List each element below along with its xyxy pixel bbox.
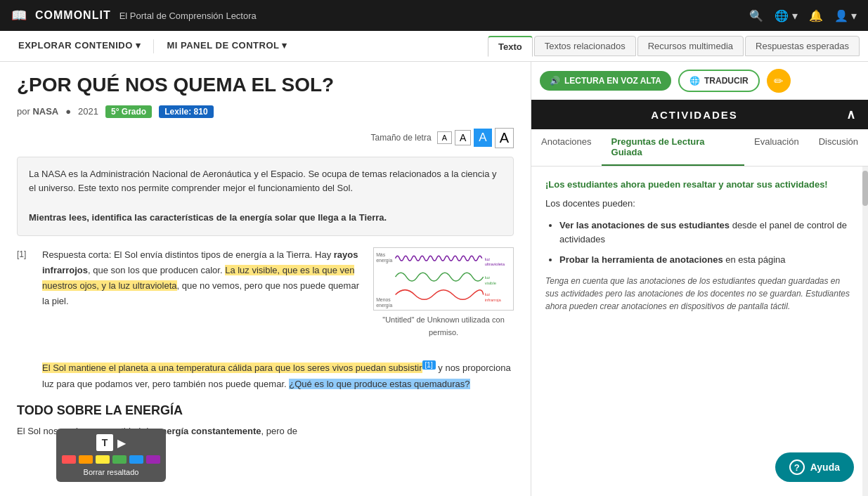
main-layout: ¿POR QUÉ NOS QUEMA EL SOL? por NASA ● 20…: [0, 62, 868, 496]
activity-scroll-area: ¡Los estudiantes ahora pueden resaltar y…: [531, 167, 868, 496]
translate-button[interactable]: 🌐 TRADUCIR: [678, 70, 760, 92]
meta-year: 2021: [78, 106, 98, 117]
text-tool-icon[interactable]: T: [96, 434, 113, 451]
activity-note: Tenga en cuenta que las anotaciones de l…: [545, 275, 854, 313]
color-purple-btn[interactable]: [146, 455, 160, 464]
paragraph-1-section: [1] Más energía Menos energía: [17, 247, 514, 348]
svg-text:luz: luz: [485, 256, 491, 261]
tab-recursos-multimedia[interactable]: Recursos multimedia: [637, 36, 744, 56]
para-1-number: [1]: [17, 249, 31, 259]
svg-text:luz: luz: [485, 292, 491, 296]
chevron-up-icon[interactable]: ∧: [846, 107, 857, 122]
font-size-controls: Tamaño de letra A A A A: [17, 128, 514, 148]
article-content: ¿POR QUÉ NOS QUEMA EL SOL? por NASA ● 20…: [0, 62, 531, 450]
author-label: por NASA: [17, 106, 58, 117]
para-1-highlight1b: luz ultravioleta: [118, 280, 176, 291]
read-aloud-label: LECTURA EN VOZ ALTA: [564, 76, 661, 86]
help-label: Ayuda: [810, 462, 840, 473]
svg-text:Más: Más: [376, 252, 385, 257]
right-panel-topbar: 🔊 LECTURA EN VOZ ALTA 🌐 TRADUCIR ✏: [531, 62, 868, 100]
logo-area: 📖 COMMONLIT El Portal de Comprensión Lec…: [11, 8, 257, 23]
control-panel-menu[interactable]: MI PANEL DE CONTROL ▾: [157, 31, 297, 62]
activities-title: ACTIVIDADES: [543, 109, 846, 121]
activity-tabs: Anotaciones Preguntas de Lectura Guiada …: [531, 129, 868, 167]
toolbar-top-row: T ▶: [96, 434, 126, 451]
color-blue-btn[interactable]: [129, 455, 143, 464]
color-red-btn[interactable]: [62, 455, 76, 464]
activity-item-1-bold: Ver las anotaciones de sus estudiantes: [559, 220, 730, 230]
search-icon[interactable]: 🔍: [749, 9, 763, 22]
content-tabs-group: Texto Textos relacionados Recursos multi…: [488, 36, 860, 57]
intro-text: La NASA es la Administración Nacional de…: [29, 169, 497, 194]
activity-content: ¡Los estudiantes ahora pueden resaltar y…: [531, 167, 868, 324]
speaker-icon: 🔊: [550, 76, 560, 86]
help-button[interactable]: ? Ayuda: [775, 452, 854, 482]
scrollbar-track: [862, 167, 868, 496]
explore-content-menu[interactable]: EXPLORAR CONTENIDO ▾: [8, 31, 150, 62]
read-aloud-button[interactable]: 🔊 LECTURA EN VOZ ALTA: [540, 71, 671, 91]
secondary-navigation: EXPLORAR CONTENIDO ▾ MI PANEL DE CONTROL…: [0, 31, 868, 62]
lexile-badge: Lexile: 810: [159, 105, 213, 118]
color-row: [62, 455, 160, 464]
user-icon[interactable]: 👤 ▾: [834, 9, 857, 22]
article-title: ¿POR QUÉ NOS QUEMA EL SOL?: [17, 73, 514, 97]
paragraph-2-section: El Sol mantiene el planeta a una tempera…: [17, 359, 514, 392]
pencil-icon: ✏: [774, 74, 783, 88]
svg-text:ultravioleta: ultravioleta: [485, 262, 505, 266]
top-nav-icons: 🔍 🌐 ▾ 🔔 👤 ▾: [749, 9, 857, 22]
tab-preguntas-lectura[interactable]: Preguntas de Lectura Guiada: [602, 129, 744, 166]
translate-label: TRADUCIR: [704, 76, 749, 86]
svg-text:energía: energía: [376, 257, 392, 263]
bell-icon[interactable]: 🔔: [809, 9, 823, 22]
meta-dot: ●: [65, 106, 71, 117]
svg-text:infrarroja: infrarroja: [485, 298, 502, 302]
section-title: TODO SOBRE LA ENERGÍA: [17, 403, 514, 418]
pencil-button[interactable]: ✏: [767, 69, 791, 93]
translate-icon: 🌐: [689, 76, 700, 86]
para-2-annotation: [1]: [422, 360, 436, 370]
para-1-mid1: , que son los que producen calor.: [88, 265, 225, 275]
tab-evaluacion[interactable]: Evaluación: [744, 129, 809, 166]
right-panel: 🔊 LECTURA EN VOZ ALTA 🌐 TRADUCIR ✏ ACTIV…: [531, 62, 868, 496]
para-2-highlight-blue: ¿Qué es lo que produce estas quemaduras?: [289, 379, 469, 389]
left-wrapper: ¿POR QUÉ NOS QUEMA EL SOL? por NASA ● 20…: [0, 62, 531, 496]
tab-discusion[interactable]: Discusión: [809, 129, 868, 166]
font-size-small-btn[interactable]: A: [437, 131, 452, 144]
chart-caption: "Untitled" de Unknown utilizada con perm…: [373, 313, 514, 339]
tab-textos-relacionados[interactable]: Textos relacionados: [534, 36, 636, 56]
font-size-medium-btn[interactable]: A: [455, 130, 471, 145]
activity-item-2-bold: Probar la herramienta de anotaciones: [559, 254, 723, 265]
annotation-toolbar: T ▶ Borrar resaltado: [56, 429, 166, 482]
article-meta: por NASA ● 2021 5° Grado Lexile: 810: [17, 105, 514, 118]
intro-prompt: Mientras lees, identifica las caracterís…: [29, 212, 387, 223]
logo-subtitle: El Portal de Comprensión Lectora: [119, 11, 257, 21]
activities-header: ACTIVIDADES ∧: [531, 100, 868, 129]
logo-text: COMMONLIT: [35, 9, 111, 22]
globe-icon[interactable]: 🌐 ▾: [775, 9, 797, 22]
svg-text:luz: luz: [485, 275, 491, 280]
font-size-large-btn[interactable]: A: [474, 129, 491, 147]
color-green-btn[interactable]: [112, 455, 127, 464]
color-orange-btn[interactable]: [79, 455, 93, 464]
top-navigation: 📖 COMMONLIT El Portal de Comprensión Lec…: [0, 0, 868, 31]
svg-text:visible: visible: [485, 281, 496, 285]
tab-texto[interactable]: Texto: [488, 36, 533, 57]
para-2-text: El Sol mantiene el planeta a una tempera…: [42, 359, 514, 392]
toolbar-delete-label[interactable]: Borrar resaltado: [84, 468, 139, 476]
toolbar-arrow-icon[interactable]: ▶: [117, 436, 126, 450]
grade-badge: 5° Grado: [105, 105, 152, 118]
tab-anotaciones[interactable]: Anotaciones: [531, 129, 602, 166]
activity-item-2-rest: en esta página: [723, 254, 786, 265]
font-size-label: Tamaño de letra: [371, 133, 432, 143]
svg-text:energía: energía: [376, 303, 392, 308]
section-para-end: , pero de: [261, 426, 297, 436]
color-yellow-btn[interactable]: [96, 455, 110, 464]
scrollbar-thumb: [862, 171, 868, 206]
activity-sub-text: Los docentes pueden:: [545, 197, 854, 211]
activity-list-item-1: Ver las anotaciones de sus estudiantes d…: [559, 218, 854, 248]
activity-list-item-2: Probar la herramienta de anotaciones en …: [559, 253, 854, 268]
para-1-text: Más energía Menos energía luz ultraviole…: [42, 247, 514, 348]
tab-respuestas-esperadas[interactable]: Respuestas esperadas: [745, 36, 860, 56]
svg-text:Menos: Menos: [376, 297, 391, 302]
font-size-xlarge-btn[interactable]: A: [495, 128, 514, 148]
